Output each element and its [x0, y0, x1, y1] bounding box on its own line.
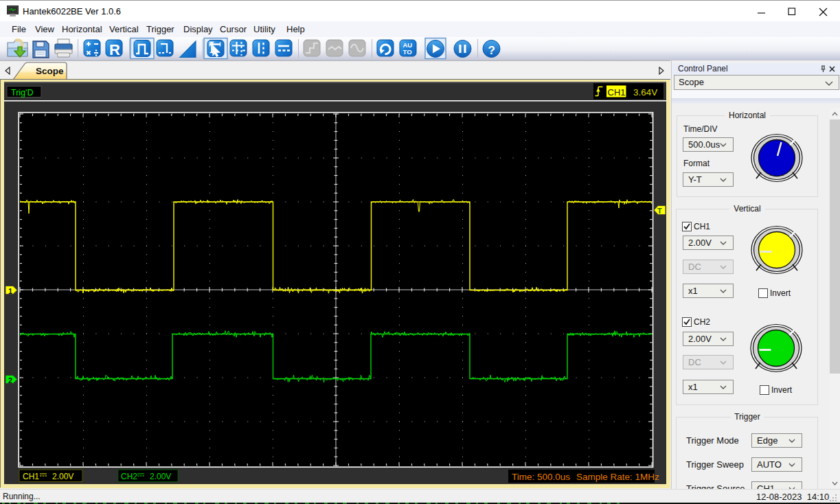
svg-text:Trig'D: Trig'D [11, 88, 33, 98]
svg-text:CH1: CH1 [23, 472, 39, 481]
svg-text:?: ? [488, 44, 495, 57]
svg-text:CH1: CH1 [608, 87, 626, 98]
svg-text:CH2: CH2 [121, 472, 137, 481]
svg-text:R: R [109, 41, 120, 58]
svg-text:3.64V: 3.64V [633, 87, 657, 98]
svg-text:Time: 500.0us: Time: 500.0us [512, 472, 570, 482]
svg-text:2.00V: 2.00V [52, 472, 73, 481]
svg-text:Scope: Scope [36, 66, 64, 76]
svg-text:2: 2 [8, 376, 12, 385]
svg-text:1: 1 [8, 287, 12, 295]
svg-text:T: T [657, 207, 662, 215]
svg-text:TO: TO [403, 48, 412, 56]
svg-text:2.00V: 2.00V [150, 472, 171, 481]
svg-text:Sample Rate: 1MHz: Sample Rate: 1MHz [576, 472, 659, 482]
